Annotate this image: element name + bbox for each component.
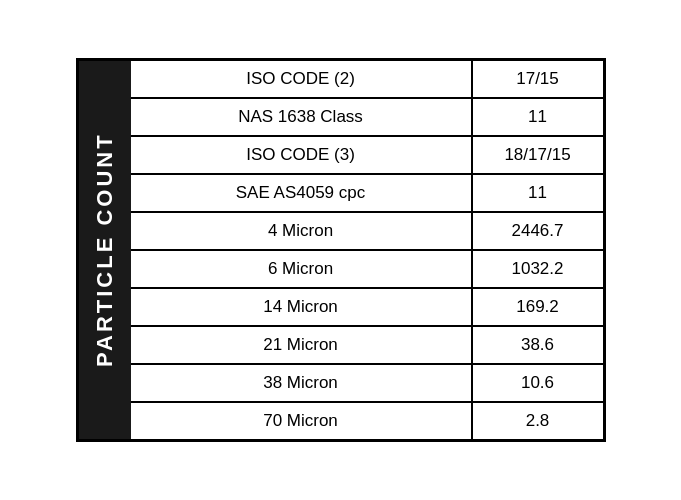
cell-label: 70 Micron	[131, 403, 473, 439]
table-row: NAS 1638 Class11	[131, 99, 603, 137]
table-row: 70 Micron2.8	[131, 403, 603, 439]
particle-count-table: PARTICLE COUNT ISO CODE (2)17/15NAS 1638…	[76, 58, 606, 442]
cell-label: 14 Micron	[131, 289, 473, 325]
cell-value: 38.6	[473, 327, 603, 363]
cell-value: 10.6	[473, 365, 603, 401]
table-row: SAE AS4059 cpc11	[131, 175, 603, 213]
table-row: 21 Micron38.6	[131, 327, 603, 365]
cell-value: 17/15	[473, 61, 603, 97]
table-row: 4 Micron2446.7	[131, 213, 603, 251]
cell-value: 169.2	[473, 289, 603, 325]
cell-label: ISO CODE (3)	[131, 137, 473, 173]
table-row: 6 Micron1032.2	[131, 251, 603, 289]
cell-label: NAS 1638 Class	[131, 99, 473, 135]
cell-label: 38 Micron	[131, 365, 473, 401]
cell-label: 4 Micron	[131, 213, 473, 249]
table-row: 38 Micron10.6	[131, 365, 603, 403]
table-row: ISO CODE (2)17/15	[131, 61, 603, 99]
cell-label: ISO CODE (2)	[131, 61, 473, 97]
cell-value: 1032.2	[473, 251, 603, 287]
table-vertical-header: PARTICLE COUNT	[79, 61, 131, 439]
cell-value: 2.8	[473, 403, 603, 439]
table-row: ISO CODE (3)18/17/15	[131, 137, 603, 175]
cell-value: 2446.7	[473, 213, 603, 249]
cell-value: 11	[473, 175, 603, 211]
cell-value: 11	[473, 99, 603, 135]
table-row: 14 Micron169.2	[131, 289, 603, 327]
cell-label: SAE AS4059 cpc	[131, 175, 473, 211]
cell-label: 6 Micron	[131, 251, 473, 287]
cell-value: 18/17/15	[473, 137, 603, 173]
cell-label: 21 Micron	[131, 327, 473, 363]
table-grid: ISO CODE (2)17/15NAS 1638 Class11ISO COD…	[131, 61, 603, 439]
